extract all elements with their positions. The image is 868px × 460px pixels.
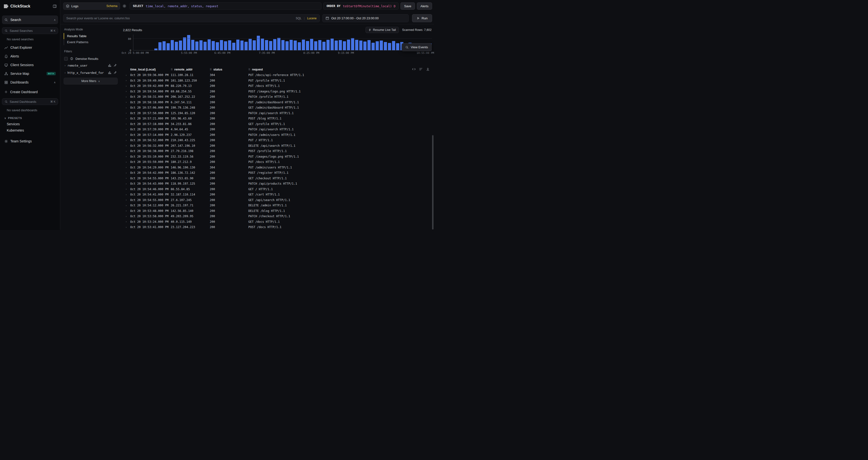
column-header-status[interactable]: ⠿ status <box>210 68 248 71</box>
row-expand-chevron-icon[interactable]: › <box>123 155 130 158</box>
resume-live-tail-button[interactable]: Resume Live Tail <box>366 27 399 33</box>
table-row[interactable]: ›Oct 20 10:56:52.000 PM210.240.43.225200… <box>123 138 432 143</box>
save-button[interactable]: Save <box>401 2 415 10</box>
sidebar-item-team-settings[interactable]: Team Settings <box>2 137 58 146</box>
table-row[interactable]: ›Oct 20 10:59:36.000 PM111.100.28.11304P… <box>123 73 432 78</box>
row-expand-chevron-icon[interactable]: › <box>123 198 130 202</box>
column-header-remote-addr[interactable]: ⠿ remote_addr <box>171 68 210 71</box>
pin-icon[interactable] <box>114 71 117 74</box>
table-row[interactable]: ›Oct 20 10:53:24.000 PM40.0.115.149200GE… <box>123 219 432 225</box>
table-row[interactable]: ›Oct 20 10:53:41.000 PM23.127.204.223200… <box>123 225 432 230</box>
row-expand-chevron-icon[interactable]: › <box>123 95 130 98</box>
filter-field-http-x-forwarded-for[interactable]: › http_x_forwarded_for <box>64 69 118 76</box>
scrollbar-thumb[interactable] <box>432 135 434 230</box>
table-row[interactable]: ›Oct 20 10:57:50.000 PM125.194.85.120200… <box>123 111 432 116</box>
row-expand-chevron-icon[interactable]: › <box>123 128 130 131</box>
table-row[interactable]: ›Oct 20 10:57:18.000 PM34.233.81.86200GE… <box>123 121 432 127</box>
row-expand-chevron-icon[interactable]: › <box>123 139 130 142</box>
column-settings-icon[interactable] <box>419 67 423 71</box>
row-expand-chevron-icon[interactable]: › <box>123 79 130 82</box>
table-row[interactable]: ›Oct 20 10:53:58.000 PM49.203.209.95200P… <box>123 213 432 219</box>
lucene-language-toggle[interactable]: Lucene <box>307 17 317 20</box>
event-search-input[interactable] <box>66 17 293 20</box>
table-row[interactable]: ›Oct 20 10:57:06.000 PM190.79.136.248200… <box>123 105 432 111</box>
row-expand-chevron-icon[interactable]: › <box>123 220 130 223</box>
table-row[interactable]: ›Oct 20 10:57:39.000 PM4.94.64.45200PATC… <box>123 127 432 132</box>
create-dashboard-button[interactable]: Create Dashboard <box>2 88 58 96</box>
row-expand-chevron-icon[interactable]: › <box>123 144 130 147</box>
sidebar-collapse-button[interactable] <box>53 4 57 8</box>
mode-results-table[interactable]: Results Table <box>64 33 118 39</box>
table-row[interactable]: ›Oct 20 10:54:42.000 PM186.136.72.142200… <box>123 170 432 176</box>
source-selector[interactable]: Logs Schema <box>63 2 120 10</box>
row-expand-chevron-icon[interactable]: › <box>123 193 130 196</box>
row-expand-chevron-icon[interactable]: › <box>123 226 130 229</box>
table-row[interactable]: ›Oct 20 10:55:59.000 PM180.27.212.9200PU… <box>123 159 432 165</box>
denoise-checkbox[interactable] <box>64 57 68 61</box>
table-row[interactable]: ›Oct 20 10:59:49.000 PM101.180.123.25020… <box>123 78 432 84</box>
saved-dashboards-input[interactable]: Saved Dashboards ⌘ K <box>2 98 58 105</box>
download-icon[interactable] <box>426 67 430 71</box>
row-expand-chevron-icon[interactable]: › <box>123 182 130 185</box>
sql-language-toggle[interactable]: SQL <box>296 17 301 20</box>
table-row[interactable]: ›Oct 20 10:54:46.000 PM86.55.84.85200GET… <box>123 186 432 192</box>
source-settings-button[interactable] <box>123 4 126 8</box>
presets-section-header[interactable]: ∨ PRESETS <box>0 114 60 121</box>
table-row[interactable]: ›Oct 20 10:56:38.000 PM27.79.216.198200P… <box>123 148 432 154</box>
sidebar-item-search[interactable]: Search ∧ <box>2 16 58 24</box>
row-expand-chevron-icon[interactable]: › <box>123 177 130 180</box>
column-chart-icon[interactable] <box>108 71 112 74</box>
row-expand-chevron-icon[interactable]: › <box>123 188 130 191</box>
pin-icon[interactable] <box>114 64 117 67</box>
preset-item-kubernetes[interactable]: Kubernetes <box>0 127 60 134</box>
vertical-scrollbar[interactable] <box>432 0 434 230</box>
alerts-button[interactable]: Alerts <box>417 2 432 10</box>
table-row[interactable]: ›Oct 20 10:53:48.000 PM142.56.85.140200D… <box>123 208 432 214</box>
row-expand-chevron-icon[interactable]: › <box>123 122 130 125</box>
table-row[interactable]: ›Oct 20 10:56:32.000 PM207.147.196.10200… <box>123 143 432 149</box>
saved-searches-input[interactable]: Saved Searches ⌘ K <box>2 27 58 34</box>
table-row[interactable]: ›Oct 20 10:54:55.000 PM27.6.107.245200GE… <box>123 197 432 203</box>
row-expand-chevron-icon[interactable]: › <box>123 106 130 109</box>
sidebar-item-chart-explorer[interactable]: Chart Explorer <box>2 43 58 52</box>
table-row[interactable]: ›Oct 20 10:58:31.000 PM206.167.252.22200… <box>123 94 432 100</box>
mode-event-patterns[interactable]: Event Patterns <box>64 39 118 45</box>
row-expand-chevron-icon[interactable]: › <box>123 215 130 218</box>
table-row[interactable]: ›Oct 20 10:55:10.000 PM232.33.119.56200P… <box>123 154 432 160</box>
column-chart-icon[interactable] <box>108 64 112 67</box>
row-expand-chevron-icon[interactable]: › <box>123 90 130 93</box>
row-expand-chevron-icon[interactable]: › <box>123 133 130 136</box>
row-expand-chevron-icon[interactable]: › <box>123 74 130 77</box>
sidebar-item-service-map[interactable]: Service Map BETA <box>2 69 58 78</box>
column-header-time-local[interactable]: time_local (Local) <box>130 68 171 71</box>
table-row[interactable]: ›Oct 20 10:59:54.000 PM69.68.254.55200PO… <box>123 89 432 94</box>
row-expand-chevron-icon[interactable]: › <box>123 150 130 153</box>
filter-field-remote-user[interactable]: › remote_user <box>64 62 118 69</box>
sidebar-item-dashboards[interactable]: Dashboards ∧ <box>2 78 58 87</box>
orderby-clause-input[interactable]: ORDER BY toStartOfMinute(time_local) D <box>323 2 399 10</box>
view-events-popover[interactable]: View Events <box>402 43 432 51</box>
row-expand-chevron-icon[interactable]: › <box>123 204 130 207</box>
row-expand-chevron-icon[interactable]: › <box>123 117 130 120</box>
row-expand-chevron-icon[interactable]: › <box>123 112 130 115</box>
table-row[interactable]: ›Oct 20 10:54:41.000 PM32.187.110.114200… <box>123 192 432 197</box>
table-row[interactable]: ›Oct 20 10:54:12.000 PM26.221.197.71200D… <box>123 203 432 208</box>
chart-plot[interactable] <box>133 34 432 51</box>
date-range-picker[interactable]: Oct 20 17:00:00 - Oct 20 23:00:00 <box>322 14 409 22</box>
row-expand-chevron-icon[interactable]: › <box>123 166 130 169</box>
table-row[interactable]: ›Oct 20 10:58:18.000 PM6.247.54.111200PU… <box>123 100 432 105</box>
drag-handle-icon[interactable]: ⠿ <box>171 68 173 71</box>
preset-item-services[interactable]: Services <box>0 121 60 127</box>
events-histogram[interactable]: 800 Oct 20 5:00:00 PM5:55:00 PM6:45:00 P… <box>123 34 432 54</box>
select-clause-input[interactable]: SELECT time_local, remote_addr, status, … <box>130 2 321 10</box>
code-view-icon[interactable] <box>412 67 416 71</box>
table-row[interactable]: ›Oct 20 10:54:29.000 PM146.96.190.130304… <box>123 165 432 170</box>
table-row[interactable]: ›Oct 20 10:54:43.000 PM118.99.197.125200… <box>123 181 432 186</box>
drag-handle-icon[interactable]: ⠿ <box>210 68 212 71</box>
column-header-request[interactable]: ⠿ request <box>248 68 432 71</box>
table-row[interactable]: ›Oct 20 10:57:14.000 PM2.96.129.237200PA… <box>123 132 432 138</box>
row-expand-chevron-icon[interactable]: › <box>123 209 130 212</box>
schema-link[interactable]: Schema <box>106 4 117 8</box>
table-row[interactable]: ›Oct 20 10:54:55.000 PM143.253.65.90200G… <box>123 176 432 181</box>
more-filters-button[interactable]: More filters ∨ <box>64 78 118 84</box>
